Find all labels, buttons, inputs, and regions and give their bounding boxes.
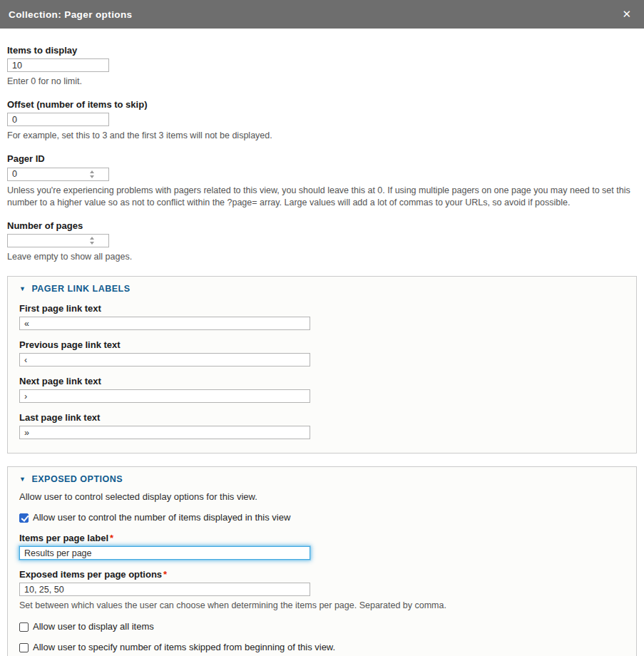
form-item-next-page-link: Next page link text [19, 376, 625, 403]
display-all-checkbox[interactable] [19, 622, 29, 632]
dialog-header: Collection: Pager options ✕ [0, 0, 644, 29]
first-page-link-label: First page link text [19, 303, 625, 314]
pager-link-labels-legend[interactable]: ▼ PAGER LINK LABELS [19, 284, 625, 294]
form-item-first-page-link: First page link text [19, 303, 625, 330]
number-of-pages-help: Leave empty to show all pages. [7, 251, 637, 263]
exposed-items-options-input[interactable] [19, 583, 310, 596]
number-spinner-icon[interactable] [89, 237, 95, 245]
exposed-options-fieldset: ▼ EXPOSED OPTIONS Allow user to control … [7, 466, 637, 656]
previous-page-link-input[interactable] [19, 353, 310, 367]
required-asterisk: * [110, 533, 113, 543]
collapse-arrow-icon: ▼ [19, 476, 26, 483]
items-to-display-help: Enter 0 for no limit. [7, 76, 637, 88]
control-items-checkbox-row: Allow user to control the number of item… [19, 512, 625, 523]
items-per-page-label-label: Items per page label* [19, 533, 625, 543]
offset-input[interactable] [7, 113, 109, 126]
exposed-items-options-label: Exposed items per page options* [19, 569, 625, 580]
exposed-items-options-help: Set between which values the user can ch… [19, 600, 625, 612]
skip-items-checkbox-label[interactable]: Allow user to specify number of items sk… [33, 642, 335, 653]
last-page-link-label: Last page link text [19, 412, 625, 423]
collapse-arrow-icon: ▼ [19, 286, 26, 292]
pager-link-labels-fieldset: ▼ PAGER LINK LABELS First page link text… [7, 276, 637, 453]
items-per-page-label-input[interactable] [19, 546, 310, 560]
offset-help: For example, set this to 3 and the first… [7, 130, 637, 142]
last-page-link-input[interactable] [19, 426, 310, 439]
control-items-checkbox[interactable] [19, 513, 29, 523]
number-spinner-icon[interactable] [89, 170, 95, 178]
pager-link-labels-legend-text: PAGER LINK LABELS [31, 284, 130, 294]
close-icon[interactable]: ✕ [619, 8, 634, 21]
skip-items-checkbox-row: Allow user to specify number of items sk… [19, 642, 625, 653]
number-of-pages-label: Number of pages [7, 220, 637, 231]
exposed-options-legend[interactable]: ▼ EXPOSED OPTIONS [19, 474, 625, 484]
skip-items-checkbox[interactable] [19, 643, 29, 652]
display-all-checkbox-row: Allow user to display all items [19, 621, 625, 632]
offset-label: Offset (number of items to skip) [7, 99, 637, 110]
dialog-body: Items to display Enter 0 for no limit. O… [0, 29, 644, 656]
form-item-items-to-display: Items to display Enter 0 for no limit. [7, 45, 637, 88]
pager-id-label: Pager ID [7, 153, 637, 164]
form-item-number-of-pages: Number of pages Leave empty to show all … [7, 220, 637, 264]
required-asterisk: * [163, 569, 167, 580]
display-all-checkbox-label[interactable]: Allow user to display all items [33, 621, 154, 632]
next-page-link-input[interactable] [19, 389, 310, 403]
form-item-last-page-link: Last page link text [19, 412, 625, 439]
form-item-offset: Offset (number of items to skip) For exa… [7, 99, 637, 142]
form-item-exposed-items-options: Exposed items per page options* Set betw… [19, 569, 625, 612]
exposed-options-legend-text: EXPOSED OPTIONS [31, 474, 123, 484]
dialog-title: Collection: Pager options [9, 9, 133, 20]
control-items-checkbox-label[interactable]: Allow user to control the number of item… [33, 512, 290, 523]
next-page-link-label: Next page link text [19, 376, 625, 386]
previous-page-link-label: Previous page link text [19, 339, 625, 350]
first-page-link-input[interactable] [19, 317, 310, 330]
exposed-options-description: Allow user to control selected display o… [19, 491, 625, 503]
items-to-display-label: Items to display [7, 45, 637, 56]
form-item-pager-id: Pager ID Unless you're experiencing prob… [7, 153, 637, 209]
pager-id-help: Unless you're experiencing problems with… [7, 185, 637, 209]
form-item-items-per-page-label: Items per page label* [19, 533, 625, 560]
form-item-previous-page-link: Previous page link text [19, 339, 625, 367]
items-to-display-input[interactable] [7, 58, 109, 72]
